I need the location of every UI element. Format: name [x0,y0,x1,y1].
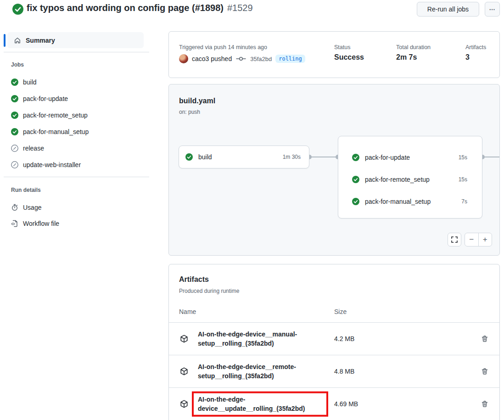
job-duration: 15s [459,154,467,161]
run-summary-card: Triggered via push 14 minutes ago caco3 … [168,31,500,78]
run-details-section-label: Run details [11,187,41,193]
column-header-size: Size [334,308,347,315]
zoom-out-button[interactable]: − [465,233,479,246]
artifact-row: AI-on-the-edge-device__remote-setup__rol… [169,355,499,387]
check-circle-icon [185,153,193,161]
graph-job-group: pack-for-update 15s pack-for-remote_setu… [338,136,482,218]
sidebar-item-workflow-file[interactable]: Workflow file [11,220,59,227]
job-duration: 1m 30s [283,154,301,160]
artifact-size: 4.8 MB [334,368,354,375]
workflow-file-title: build.yaml [179,97,215,105]
rerun-all-jobs-button[interactable]: Re-run all jobs [417,2,479,17]
graph-node-pack-for-manual-setup[interactable]: pack-for-manual_setup 7s [338,190,482,213]
branch-badge[interactable]: rolling [275,55,305,63]
job-duration: 7s [461,198,467,205]
workflow-trigger-text: on: push [179,109,200,115]
git-commit-icon [235,56,246,62]
fullscreen-button[interactable] [448,233,461,246]
commit-sha-link[interactable]: 35fa2bd [250,56,272,62]
zoom-controls: − + [465,233,492,246]
duration-value: 2m 7s [396,53,417,62]
graph-connector-line [309,157,338,157]
sidebar-divider [4,52,149,52]
sidebar-summary-label: Summary [26,37,55,44]
graph-job-label: build [198,153,212,161]
selected-indicator [4,34,6,47]
artifacts-card: Artifacts Produced during runtime Name S… [168,264,500,420]
run-detail-label: Usage [23,204,41,211]
status-label: Status [334,44,350,50]
artifact-row: AI-on-the-edge-device__manual-setup__rol… [169,322,499,355]
home-icon [14,37,21,44]
check-circle-icon [352,198,359,205]
artifacts-subtitle: Produced during runtime [179,288,239,294]
more-options-button[interactable]: ⋯ [485,2,500,17]
trigger-text: Triggered via push 14 minutes ago [179,44,267,50]
status-value: Success [334,53,364,62]
artifact-name-text: AI-on-the-edge-device__update__rolling_(… [192,392,328,417]
graph-node-pack-for-update[interactable]: pack-for-update 15s [338,146,482,168]
artifact-name-manual-setup[interactable]: AI-on-the-edge-device__manual-setup__rol… [198,330,334,348]
sidebar-item-update-web-installer[interactable]: update-web-installer [11,161,81,168]
trash-icon[interactable] [481,368,488,375]
graph-job-label: pack-for-remote_setup [365,176,430,183]
job-label: update-web-installer [23,161,81,168]
check-circle-icon [352,176,359,183]
artifact-name-remote-setup[interactable]: AI-on-the-edge-device__remote-setup__rol… [198,362,334,381]
artifacts-count-value: 3 [465,53,470,62]
stopwatch-icon [11,204,18,211]
graph-job-label: pack-for-manual_setup [365,198,431,205]
sidebar-item-pack-for-manual-setup[interactable]: pack-for-manual_setup [11,128,89,135]
sidebar-item-summary[interactable]: Summary [7,32,144,48]
graph-node-pack-for-remote-setup[interactable]: pack-for-remote_setup 15s [338,168,482,190]
run-detail-label: Workflow file [23,220,59,227]
sidebar-item-release[interactable]: release [11,145,44,152]
run-title: fix typos and wording on config page (#1… [27,3,224,13]
run-number: #1529 [227,3,253,13]
artifacts-count-label: Artifacts [465,44,486,50]
graph-connector-line [482,157,500,157]
success-check-icon [12,4,23,15]
job-label: release [23,145,44,152]
skipped-icon [11,161,18,168]
artifact-row: AI-on-the-edge-device__update__rolling_(… [169,387,499,420]
skipped-icon [11,145,18,152]
check-circle-icon [11,78,18,86]
sidebar-item-usage[interactable]: Usage [11,204,41,211]
artifacts-table: AI-on-the-edge-device__manual-setup__rol… [169,322,499,420]
run-header: fix typos and wording on config page (#1… [0,0,504,28]
sidebar-item-pack-for-remote-setup[interactable]: pack-for-remote_setup [11,112,88,119]
artifact-name-update-highlighted[interactable]: AI-on-the-edge-device__update__rolling_(… [198,395,334,414]
check-circle-icon [352,154,359,161]
graph-node-build[interactable]: build 1m 30s [179,146,309,168]
jobs-section-label: Jobs [11,62,24,68]
actor-pushed-text[interactable]: caco3 pushed [192,55,232,62]
avatar[interactable] [179,54,188,63]
job-label: pack-for-update [23,95,68,102]
graph-job-label: pack-for-update [365,154,410,161]
workflow-graph-card: build.yaml on: push build 1m 30s pack-fo… [168,84,500,256]
sidebar-divider [4,177,149,177]
artifact-size: 4.69 MB [334,400,358,408]
fullscreen-icon [451,236,458,243]
package-icon [180,335,188,343]
package-icon [180,400,188,408]
artifacts-title: Artifacts [179,275,209,284]
page-title: fix typos and wording on config page (#1… [27,3,253,13]
artifact-size: 4.2 MB [334,335,354,342]
trash-icon[interactable] [481,335,488,342]
sidebar-item-pack-for-update[interactable]: pack-for-update [11,95,68,102]
job-label: pack-for-remote_setup [23,112,88,119]
sidebar: Summary Jobs build pack-for-update pack-… [0,28,156,420]
trash-icon[interactable] [481,400,488,408]
check-circle-icon [11,95,18,102]
workflow-file-icon [11,220,18,227]
zoom-in-button[interactable]: + [479,233,492,246]
artifact-name-text: AI-on-the-edge-device__manual-setup__rol… [198,330,334,348]
job-label: pack-for-manual_setup [23,128,89,135]
check-circle-icon [11,128,18,135]
check-circle-icon [11,112,18,119]
sidebar-item-build[interactable]: build [11,78,37,86]
job-duration: 15s [459,176,467,183]
artifacts-table-header: Name Size [169,308,499,322]
